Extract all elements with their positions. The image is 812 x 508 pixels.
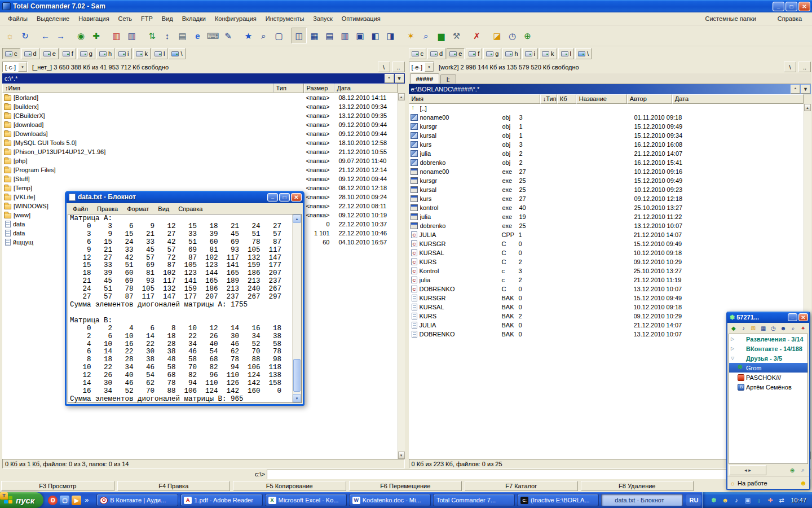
file-row[interactable]: KURSAL BAK 0 10.12.2010 09:18 [409,303,804,312]
sync-dirs-button[interactable]: ⇅ [144,28,160,43]
contact-list-item[interactable]: Grom [729,363,807,373]
history-icon[interactable]: ◷ [769,324,778,333]
taskbar-task[interactable]: Microsoft Excel - Ko... [265,494,347,506]
file-row[interactable]: KURSAL C 0 10.12.2010 09:18 [409,248,804,257]
drive-button[interactable]: h [502,48,520,59]
menu-item[interactable]: Сеть [114,14,136,23]
left-path-bar[interactable]: c:\*.* * ▼ [2,73,405,84]
file-row[interactable]: KURS C 2 09.12.2010 10:29 [409,257,804,266]
drive-button[interactable]: i [116,48,131,59]
function-key-button[interactable]: F5 Копирование [233,481,346,491]
editor-button[interactable]: ✎ [220,28,236,43]
file-row[interactable]: julia exe 19 21.12.2010 11:22 [409,212,804,221]
drive-button[interactable]: c [409,48,427,59]
internet-explorer-button[interactable]: e [190,28,205,43]
menu-item[interactable]: Системные папки [701,14,761,23]
menu-item[interactable]: Файлы [3,14,32,23]
scroll-up-icon[interactable] [804,104,811,111]
file-row[interactable]: kursal obj 1 15.12.2010 09:34 [409,131,804,140]
transfer-button[interactable]: ◂ ▸ [729,465,766,475]
status-icon[interactable]: ◆ [729,324,738,333]
close-button[interactable] [798,2,810,11]
scroll-down-icon[interactable] [398,452,405,459]
search-icon[interactable]: ⌕ [789,324,798,333]
layout-button-4[interactable]: ▣ [352,28,368,43]
scroll-thumb[interactable] [293,359,301,392]
taskbar-task[interactable]: (Inactive E:\BORLA... [517,494,599,506]
file-row[interactable]: kursgr exe 25 15.12.2010 09:49 [409,176,804,185]
antivirus-tray-icon[interactable]: ✚ [766,496,774,505]
root-button[interactable]: \ [784,62,796,72]
notepad-scrollbar[interactable] [292,214,301,402]
unpack-button[interactable]: ▥ [124,28,139,43]
menu-item[interactable]: Вкладки [178,14,210,23]
wizard-button[interactable]: ✶ [403,28,418,43]
web-search-icon[interactable]: ⊕ [788,466,797,475]
column-header-date[interactable]: Дата [334,84,398,93]
quick-view-button[interactable]: ▢ [271,28,286,43]
opera-quicklaunch-icon[interactable]: O [48,496,58,505]
file-row[interactable]: [..] [409,104,804,113]
drive-button[interactable]: c [2,48,20,59]
multi-rename-button[interactable]: ▤ [175,28,190,43]
file-row[interactable]: KURSGR BAK 0 15.12.2010 09:49 [409,294,804,303]
delete-button[interactable]: ✗ [469,28,484,43]
favorites-button[interactable]: ★ [241,28,256,43]
file-row[interactable]: kursgr obj 1 15.12.2010 09:49 [409,122,804,131]
minimize-button[interactable] [773,2,784,11]
drive-button[interactable]: l [152,48,167,59]
notepad-close-button[interactable] [291,193,302,202]
contacts-icon[interactable]: ☻ [779,324,788,333]
function-key-button[interactable]: F6 Перемещение [349,481,462,491]
drive-button[interactable]: f [60,48,76,59]
layout-button-2[interactable]: ▤ [322,28,337,43]
usb-tray-icon[interactable]: ⇄ [777,496,785,505]
file-row[interactable]: noname00 exe 27 10.12.2010 09:16 [409,167,804,176]
smiley-tray-icon[interactable]: ☻ [721,496,729,505]
file-row[interactable]: [Borland] <папка> 08.12.2010 14:11 [2,93,398,102]
notepad-menu-item[interactable]: Справка [174,205,206,213]
taskbar-task[interactable]: Total Commander 7... [433,494,515,506]
drive-button[interactable]: h [96,48,114,59]
file-row[interactable]: noname00 obj 3 01.11.2010 09:18 [409,113,804,122]
root-button[interactable]: \ [378,62,390,72]
column-header-type[interactable]: Тип [273,84,304,93]
cd-burn-button[interactable]: ◉ [73,28,89,43]
messenger-titlebar[interactable]: ✽ 57271... [727,312,809,323]
menu-item[interactable]: Инструменты [261,14,309,23]
antivirus-button[interactable]: ✚ [89,28,104,43]
drive-button[interactable]: e [447,48,465,59]
drive-button[interactable]: \ [575,48,592,59]
file-row[interactable]: [Downloads] <папка> 09.12.2010 09:44 [2,129,398,138]
language-indicator[interactable]: RU [686,494,701,506]
function-key-button[interactable]: F8 Удаление [581,481,694,491]
layout-button-5[interactable]: ◧ [368,28,383,43]
find-files-button[interactable]: ⌕ [418,28,434,43]
function-key-button[interactable]: F3 Просмотр [1,481,114,491]
taskbar-task[interactable]: 1.pdf - Adobe Reader [180,494,262,506]
menu-item[interactable]: Выделение [32,14,74,23]
user-status-icon[interactable]: ☻ [800,479,807,487]
message-icon[interactable]: ✉ [749,324,758,333]
notepad-minimize-button[interactable] [267,193,278,202]
drive-button[interactable]: d [427,48,445,59]
column-header-size[interactable]: Размер [304,84,334,93]
folder-tab[interactable]: l: [440,75,456,84]
scroll-up-icon[interactable] [398,93,405,100]
chevron-more-icon[interactable]: » [83,496,90,504]
drive-button[interactable]: e [41,48,59,59]
file-row[interactable]: [builderx] <папка> 13.12.2010 09:34 [2,102,398,111]
file-row[interactable]: kurs obj 3 16.12.2010 16:08 [409,140,804,149]
file-row[interactable]: JULIA CPP 1 21.12.2010 14:07 [409,230,804,239]
taskbar-task[interactable]: В Контакте | Ауди... [96,494,178,506]
left-scrollbar[interactable] [398,93,405,459]
column-header-name[interactable]: ↑Имя [2,84,273,93]
network-button[interactable]: ⊕ [520,28,535,43]
scroll-up-icon[interactable] [293,214,301,223]
file-row[interactable]: Kontrol c 3 25.10.2010 13:27 [409,266,804,275]
taskbar-task[interactable]: Kodatenko.doc - Mi... [349,494,431,506]
file-row[interactable]: [download] <папка> 09.12.2010 09:44 [2,120,398,129]
keyboard-button[interactable]: ⌨ [205,28,220,43]
drive-button[interactable]: i [522,48,538,59]
refresh-button[interactable]: ↻ [17,28,33,43]
